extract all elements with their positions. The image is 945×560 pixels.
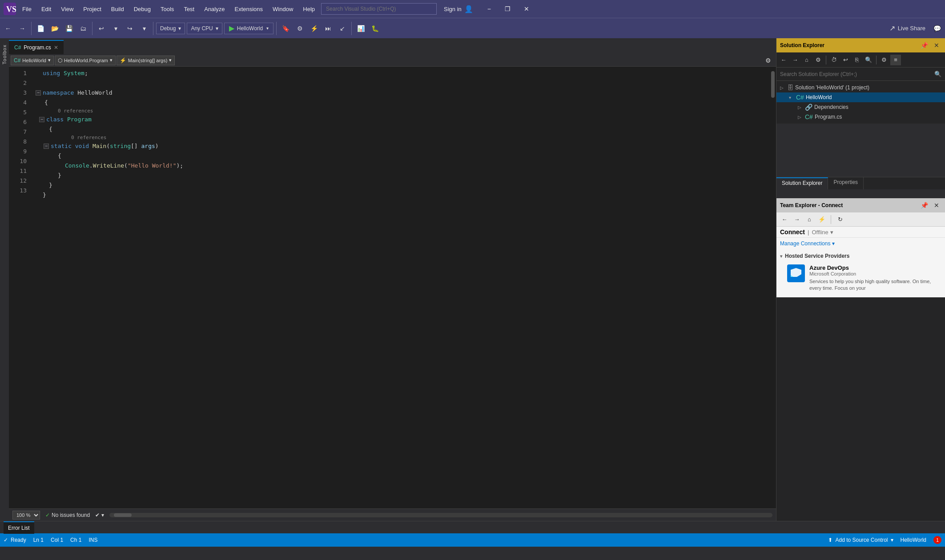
te-back-button[interactable]: ← [779,214,790,225]
tab-close-button[interactable]: ✕ [54,44,58,51]
se-undo2-button[interactable]: ↩ [840,55,851,65]
save-button[interactable]: 💾 [63,22,75,35]
fold-class-button[interactable]: − [39,117,44,122]
git-icon: ✔ [95,512,100,518]
tree-program-cs[interactable]: ▷ C# Program.cs [776,112,945,122]
save-all-button[interactable]: 🗂 [77,22,89,35]
step-into-button[interactable]: ↙ [336,22,349,35]
minimize-button[interactable]: − [480,2,498,16]
provider-corp: Microsoft Corporation [809,271,934,276]
nav-project-icon: C# [14,57,20,64]
zoom-select[interactable]: 100 % [12,511,40,520]
menu-file[interactable]: File [19,4,35,14]
run-button[interactable]: ▶ HelloWorld ▾ [224,23,273,34]
hscroll-thumb[interactable] [114,513,132,517]
step-over-button[interactable]: ⏭ [322,22,334,35]
tab-bar: C# Program.cs ✕ [9,38,776,54]
redo-dropdown[interactable]: ▾ [138,22,150,35]
menu-build[interactable]: Build [108,4,128,14]
nav-method-dropdown[interactable]: ⚡ Main(string[] args) ▾ [117,56,175,65]
menu-test[interactable]: Test [180,4,198,14]
scroll-thumb[interactable] [771,71,775,98]
profile-button[interactable]: 📊 [354,22,367,35]
azure-devops-item[interactable]: Azure DevOps Microsoft Corporation Servi… [780,261,941,296]
tree-project[interactable]: ▾ C# HelloWorld [776,92,945,102]
toolbar-separator-2 [92,22,92,35]
se-back-button[interactable]: ← [778,55,789,65]
se-search-input[interactable] [780,71,934,77]
config-dropdown[interactable]: Debug ▾ [156,23,185,34]
live-share-button[interactable]: ↗ Live Share [886,22,929,34]
error-badge[interactable]: 1 [933,536,941,544]
se-pin-button[interactable]: 📌 [919,40,929,50]
restore-button[interactable]: ❐ [499,2,517,16]
se-forward-button[interactable]: → [790,55,800,65]
close-button[interactable]: ✕ [518,2,535,16]
forward-button[interactable]: → [16,22,28,35]
fold-method-button[interactable]: − [44,144,49,149]
te-home-button[interactable]: ⌂ [804,214,815,225]
git-dropdown[interactable]: ▾ [101,512,104,518]
nav-class-dropdown[interactable]: ⬡ HelloWorld.Program ▾ [55,56,116,65]
tab-program-cs[interactable]: C# Program.cs ✕ [9,40,64,54]
undo-dropdown[interactable]: ▾ [109,22,122,35]
redo-button[interactable]: ↪ [124,22,136,35]
nav-project-dropdown[interactable]: C# HelloWorld ▾ [11,56,54,65]
menu-project[interactable]: Project [80,4,105,14]
back-button[interactable]: ← [2,22,14,35]
menu-debug[interactable]: Debug [130,4,154,14]
editor-scrollbar[interactable] [770,67,776,508]
thread-button[interactable]: ⚡ [308,22,320,35]
code-content[interactable]: using System ; − namespace HelloWorld { [31,67,770,508]
tab-solution-explorer[interactable]: Solution Explorer [776,177,828,189]
menu-tools[interactable]: Tools [157,4,177,14]
se-bottom-tabs: Solution Explorer Properties [776,177,945,189]
platform-dropdown[interactable]: Any CPU ▾ [187,23,222,34]
breakpoint-settings-button[interactable]: ⚙ [294,22,306,35]
connect-dropdown-icon[interactable]: ▾ [830,229,833,236]
nav-settings-button[interactable]: ⚙ [762,54,774,67]
nav-bar: C# HelloWorld ▾ ⬡ HelloWorld.Program ▾ ⚡… [9,54,776,67]
error-list-tab[interactable]: Error List [4,521,34,534]
menu-view[interactable]: View [57,4,77,14]
code-line-6: { [36,124,770,134]
te-connect-button[interactable]: ⚡ [816,214,827,225]
editor-hscrollbar[interactable] [109,513,772,517]
se-active-button[interactable]: ≡ [890,55,901,65]
global-search-input[interactable] [321,3,437,15]
se-redo2-button[interactable]: ⎘ [852,55,862,65]
te-forward-button[interactable]: → [792,214,802,225]
code-editor[interactable]: 1 2 3 4 5 6 7 8 9 10 11 12 13 using [9,67,776,508]
fold-namespace-button[interactable]: − [36,90,41,96]
tab-properties[interactable]: Properties [828,177,864,189]
se-home-button[interactable]: ⌂ [801,55,812,65]
menu-analyze[interactable]: Analyze [201,4,228,14]
undo-button[interactable]: ↩ [95,22,108,35]
menu-edit[interactable]: Edit [38,4,55,14]
breakpoint-button[interactable]: 🔖 [279,22,292,35]
menu-extensions[interactable]: Extensions [231,4,266,14]
new-project-button[interactable]: 📄 [34,22,47,35]
te-pin-button[interactable]: 📌 [919,200,929,210]
account-icon[interactable]: 👤 [464,5,473,13]
tree-solution[interactable]: ▷ 🗄 Solution 'HelloWorld' (1 project) [776,83,945,92]
se-debug2-button[interactable]: 🔍 [863,55,874,65]
te-close-button[interactable]: ✕ [932,200,941,210]
te-refresh-button[interactable]: ↻ [835,214,845,225]
menu-help[interactable]: Help [299,4,318,14]
debug2-button[interactable]: 🐛 [369,22,381,35]
title-bar: VS File Edit View Project Build Debug To… [0,0,945,18]
menu-window[interactable]: Window [269,4,297,14]
se-sync-button[interactable]: ⚙ [813,55,824,65]
tree-dependencies[interactable]: ▷ 🔗 Dependencies [776,102,945,112]
se-settings2-button[interactable]: ⚙ [879,55,889,65]
add-source-control-button[interactable]: ⬆ Add to Source Control ▾ [828,537,893,543]
se-close-button[interactable]: ✕ [932,40,941,50]
open-file-button[interactable]: 📂 [48,22,61,35]
code-line-12: } [36,190,770,200]
se-pending-changes-button[interactable]: ⏱ [828,55,839,65]
sign-in-button[interactable]: Sign in [444,6,462,12]
manage-connections-button[interactable]: Manage Connections ▾ [776,238,945,249]
hosted-expand-icon[interactable]: ▾ [780,254,782,259]
feedback-button[interactable]: 💬 [931,22,943,35]
